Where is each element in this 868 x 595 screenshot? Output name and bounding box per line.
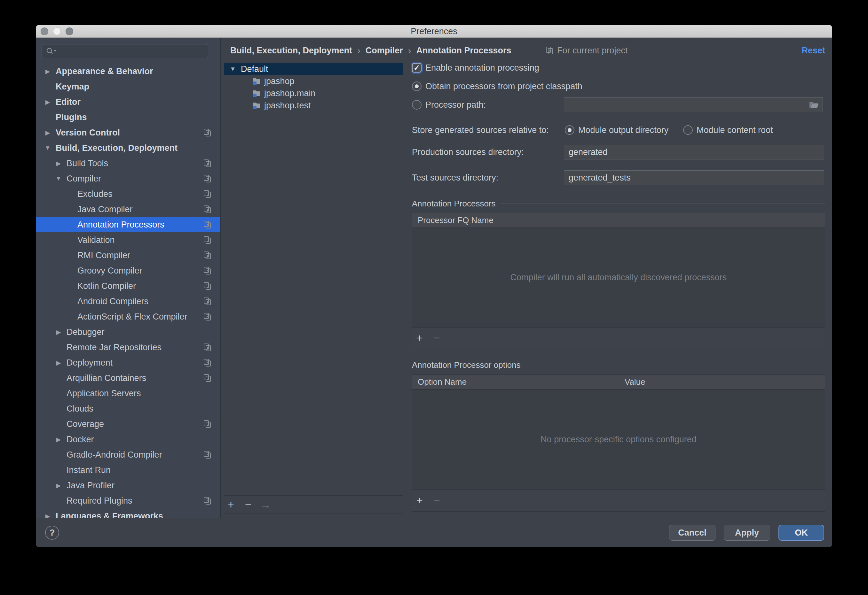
production-sources-field[interactable] bbox=[564, 145, 824, 159]
per-project-settings-icon bbox=[203, 190, 211, 198]
search-box[interactable] bbox=[41, 44, 208, 58]
apply-button[interactable]: Apply bbox=[724, 525, 770, 541]
ok-button[interactable]: OK bbox=[778, 525, 824, 541]
sidebar-item-compiler[interactable]: Compiler bbox=[36, 171, 220, 186]
move-module-button[interactable]: → bbox=[260, 498, 271, 511]
sidebar-item-instant-run[interactable]: Instant Run bbox=[36, 462, 220, 478]
processors-table: Processor FQ Name Compiler will run all … bbox=[412, 213, 825, 348]
per-project-settings-icon bbox=[203, 359, 211, 367]
collapse-arrow-icon[interactable] bbox=[227, 65, 238, 72]
sidebar-item-excludes[interactable]: Excludes bbox=[36, 186, 220, 202]
sidebar-item-editor[interactable]: Editor bbox=[36, 94, 220, 110]
help-button[interactable]: ? bbox=[45, 526, 59, 540]
test-sources-input[interactable] bbox=[564, 171, 824, 185]
module-content-root-radio[interactable] bbox=[683, 125, 693, 135]
production-sources-input[interactable] bbox=[564, 145, 824, 159]
expand-arrow-icon[interactable] bbox=[42, 99, 53, 106]
profile-default-row[interactable]: Default bbox=[224, 63, 403, 75]
processor-path-field[interactable] bbox=[564, 97, 823, 112]
enable-annotation-processing-label[interactable]: Enable annotation processing bbox=[425, 63, 539, 72]
search-input[interactable] bbox=[60, 46, 204, 56]
processors-group-title: Annotation Processors bbox=[412, 199, 496, 209]
sidebar-item-debugger[interactable]: Debugger bbox=[36, 324, 220, 340]
sidebar-item-keymap[interactable]: Keymap bbox=[36, 79, 220, 94]
per-project-settings-icon bbox=[203, 297, 211, 305]
sidebar-item-appearance-behavior[interactable]: Appearance & Behavior bbox=[36, 63, 220, 79]
sidebar-item-android-compilers[interactable]: Android Compilers bbox=[36, 294, 220, 309]
module-content-root-label[interactable]: Module content root bbox=[697, 125, 773, 135]
window-title: Preferences bbox=[36, 25, 832, 38]
store-relative-label: Store generated sources relative to: bbox=[412, 125, 549, 135]
remove-module-button[interactable]: − bbox=[243, 498, 254, 511]
module-output-directory-label[interactable]: Module output directory bbox=[578, 125, 669, 135]
sidebar-item-rmi-compiler[interactable]: RMI Compiler bbox=[36, 247, 220, 263]
expand-arrow-icon[interactable] bbox=[42, 129, 53, 137]
sidebar-item-version-control[interactable]: Version Control bbox=[36, 125, 220, 140]
sidebar-item-java-compiler[interactable]: Java Compiler bbox=[36, 202, 220, 217]
close-button[interactable] bbox=[41, 28, 48, 35]
sidebar-item-java-profiler[interactable]: Java Profiler bbox=[36, 478, 220, 493]
sidebar-item-label: Required Plugins bbox=[66, 496, 133, 506]
browse-folder-icon[interactable] bbox=[808, 100, 820, 110]
cancel-button[interactable]: Cancel bbox=[669, 525, 716, 541]
profile-module-jpashop-test[interactable]: jpashop.test bbox=[224, 99, 403, 112]
collapse-arrow-icon[interactable] bbox=[53, 175, 64, 182]
minimize-button[interactable] bbox=[53, 28, 61, 35]
sidebar-item-actionscript-flex-compiler[interactable]: ActionScript & Flex Compiler bbox=[36, 309, 220, 324]
obtain-from-classpath-label[interactable]: Obtain processors from project classpath bbox=[425, 81, 582, 91]
reset-link[interactable]: Reset bbox=[802, 38, 825, 63]
zoom-button[interactable] bbox=[66, 28, 73, 35]
per-project-settings-icon bbox=[203, 236, 211, 244]
sidebar-item-annotation-processors[interactable]: Annotation Processors bbox=[36, 217, 220, 232]
breadcrumb-segment-compiler[interactable]: Compiler bbox=[366, 46, 403, 56]
profile-module-jpashop[interactable]: jpashop bbox=[224, 75, 403, 87]
expand-arrow-icon[interactable] bbox=[42, 513, 53, 518]
collapse-arrow-icon[interactable] bbox=[42, 144, 53, 152]
expand-arrow-icon[interactable] bbox=[53, 482, 64, 489]
sidebar-item-plugins[interactable]: Plugins bbox=[36, 110, 220, 125]
expand-arrow-icon[interactable] bbox=[53, 436, 64, 443]
processor-path-label[interactable]: Processor path: bbox=[425, 100, 486, 110]
enable-annotation-processing-checkbox[interactable]: ✓ bbox=[412, 63, 422, 72]
processor-path-radio[interactable] bbox=[412, 100, 422, 110]
sidebar-item-build-tools[interactable]: Build Tools bbox=[36, 156, 220, 171]
sidebar-item-deployment[interactable]: Deployment bbox=[36, 355, 220, 370]
profile-module-jpashop-main[interactable]: jpashop.main bbox=[224, 87, 403, 99]
add-processor-button[interactable]: + bbox=[414, 331, 425, 344]
breadcrumb-segment-build-execution-deployment[interactable]: Build, Execution, Deployment bbox=[230, 46, 352, 56]
processor-path-input[interactable] bbox=[564, 98, 822, 112]
add-option-button[interactable]: + bbox=[414, 494, 425, 507]
module-label: jpashop.test bbox=[264, 101, 311, 110]
sidebar-item-label: Excludes bbox=[77, 189, 112, 199]
sidebar-item-label: Appearance & Behavior bbox=[56, 66, 153, 77]
sidebar-item-arquillian-containers[interactable]: Arquillian Containers bbox=[36, 370, 220, 386]
expand-arrow-icon[interactable] bbox=[53, 160, 64, 167]
obtain-from-classpath-radio[interactable] bbox=[412, 81, 422, 91]
module-output-directory-radio[interactable] bbox=[565, 125, 574, 135]
expand-arrow-icon[interactable] bbox=[53, 328, 64, 336]
sidebar-item-required-plugins[interactable]: Required Plugins bbox=[36, 493, 220, 508]
settings-tree: Appearance & BehaviorKeymapEditorPlugins… bbox=[36, 63, 220, 518]
sidebar-item-groovy-compiler[interactable]: Groovy Compiler bbox=[36, 263, 220, 278]
sidebar-item-build-execution-deployment[interactable]: Build, Execution, Deployment bbox=[36, 140, 220, 156]
sidebar-item-application-servers[interactable]: Application Servers bbox=[36, 386, 220, 401]
sidebar-item-label: Docker bbox=[66, 434, 94, 445]
breadcrumb: Build, Execution, Deployment›Compiler›An… bbox=[230, 38, 511, 63]
sidebar-item-coverage[interactable]: Coverage bbox=[36, 416, 220, 432]
processors-empty-text: Compiler will run all automatically disc… bbox=[412, 228, 825, 327]
remove-option-button[interactable]: − bbox=[431, 494, 442, 507]
profiles-toolbar: + − → bbox=[224, 495, 403, 514]
sidebar-item-gradle-android-compiler[interactable]: Gradle-Android Compiler bbox=[36, 447, 220, 462]
sidebar-item-validation[interactable]: Validation bbox=[36, 232, 220, 247]
remove-processor-button[interactable]: − bbox=[431, 331, 442, 344]
test-sources-field[interactable] bbox=[564, 170, 824, 185]
sidebar-item-docker[interactable]: Docker bbox=[36, 432, 220, 447]
breadcrumb-segment-annotation-processors[interactable]: Annotation Processors bbox=[416, 46, 511, 56]
sidebar-item-kotlin-compiler[interactable]: Kotlin Compiler bbox=[36, 278, 220, 294]
add-module-button[interactable]: + bbox=[226, 498, 236, 511]
expand-arrow-icon[interactable] bbox=[53, 359, 64, 367]
sidebar-item-remote-jar-repositories[interactable]: Remote Jar Repositories bbox=[36, 340, 220, 355]
expand-arrow-icon[interactable] bbox=[42, 68, 53, 75]
sidebar-item-languages-frameworks[interactable]: Languages & Frameworks bbox=[36, 508, 220, 518]
sidebar-item-clouds[interactable]: Clouds bbox=[36, 401, 220, 416]
